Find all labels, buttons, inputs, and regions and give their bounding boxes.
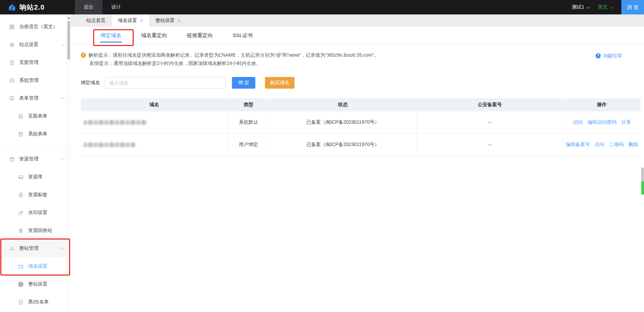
sidebar-scrollbar[interactable] [66,14,70,312]
actions-cell: 编辑备案号 访问 二维码 删除 [563,134,641,156]
chevron-down-icon [610,5,613,9]
edit-record-number-link[interactable]: 编辑备案号 [566,142,590,148]
bind-button[interactable]: 绑 定 [232,77,255,89]
sidebar-item-current-language[interactable]: 当前语言（英文） [0,18,70,36]
chevron-down-icon [587,5,590,9]
sidebar-item-label: 资源管理 [19,156,38,162]
sidebar-item-label: 黑/白名单 [28,299,49,305]
buy-domain-button[interactable]: 购买域名 [265,77,295,89]
nav-backend[interactable]: 后台 [75,0,102,14]
visit-link[interactable]: 访问 [573,119,583,125]
sidebar-item-black-white-list[interactable]: 黑/白名单 [0,293,70,311]
police-record-cell: -- [417,111,563,133]
app-logo: 响站2.0 [0,3,52,12]
domain-settings-panel: 绑定域名 域名重定向 链接重定向 SSL证书 i 解析提示：请前往域名提供商添加… [70,27,644,312]
sidebar-item-label: 系统管理 [19,77,38,83]
scrollbar-thumb[interactable] [67,21,70,59]
sidebar-item-label: 页面表单 [28,113,47,119]
sidebar-item-label: 整站设置 [28,281,47,287]
blurred-domain [84,120,147,125]
tab-domain-settings[interactable]: 域名设置 × [112,14,149,27]
sidebar-divider [0,146,70,147]
top-right: 测试1 英文 浏 览 [572,0,644,14]
sidebar-item-system-forms[interactable]: 系统表单 [0,125,70,143]
language-label: 英文 [598,4,608,10]
feature-guide-label: 功能引导 [603,52,622,60]
sidebar-item-label: 站点设置 [19,42,38,48]
sidebar-item-system-management[interactable]: 系统管理 [0,71,70,89]
close-icon[interactable]: × [178,18,180,23]
status-cell: 已备案（闽ICP备2023011970号） [269,134,417,156]
sidebar-menu: 当前语言（英文） 站点设置 页面管理 系统管理 表单管理 [0,14,70,311]
book-icon [9,96,15,101]
scroll-up-arrow-icon[interactable] [67,17,70,19]
table-body: 系统默认 已备案（闽ICP备2023011970号） -- 访问 编辑访问密码 … [81,111,641,156]
domain-cell [81,134,228,156]
sidebar-item-whole-site-management[interactable]: 整站管理 [0,239,70,257]
top-bar: 响站2.0 后台 设计 测试1 英文 浏 览 [0,0,644,14]
delete-link[interactable]: 删除 [629,142,638,148]
sidebar-item-form-management[interactable]: 表单管理 [0,89,70,107]
user-menu[interactable]: 测试1 [572,4,589,10]
tab-site-home[interactable]: 站点首页 [80,14,112,27]
sidebar-item-label: 域名设置 [28,263,47,269]
tag-icon [18,192,24,198]
sidebar-item-resource-library[interactable]: 资源库 [0,168,70,186]
notice-text: 解析提示：请前往域名提供商添加两条解析记录。记录类型为CNAME，主机记录分别为… [89,51,379,59]
system-form-icon [18,131,24,137]
domain-input[interactable] [105,77,226,89]
domain-table: 域名 类型 状态 公安备案号 操作 系统默认 已备案（闽ICP备20230119… [81,98,641,156]
app-title: 响站2.0 [20,3,45,12]
sidebar-item-resource-recycle-bin[interactable]: 资源回收站 [0,222,70,239]
document-check-icon [18,299,24,305]
header-actions: 操作 [563,98,641,111]
sidebar-item-whole-site-settings[interactable]: 整站设置 [0,275,70,293]
table-header-row: 域名 类型 状态 公安备案号 操作 [81,98,641,111]
sidebar-item-page-forms[interactable]: 页面表单 [0,107,70,125]
share-link[interactable]: 分享 [621,119,631,125]
sidebar-item-label: 系统表单 [28,131,47,137]
sidebar-item-site-settings[interactable]: 站点设置 [0,36,70,54]
subtab-domain-redirect[interactable]: 域名重定向 [136,27,172,45]
sidebar-item-watermark-settings[interactable]: 水印设置 [0,204,70,222]
sidebar-item-page-management[interactable]: 页面管理 [0,54,70,71]
app-body: 当前语言（英文） 站点设置 页面管理 系统管理 表单管理 [0,14,644,312]
language-menu[interactable]: 英文 [598,4,612,10]
sidebar-item-label: 表单管理 [19,95,38,101]
header-type: 类型 [228,98,269,111]
feature-guide-link[interactable]: ? 功能引导 [596,52,622,60]
subtab-ssl-certificate[interactable]: SSL证书 [228,27,257,45]
page-form-icon [18,113,24,119]
tab-whole-site-settings[interactable]: 整站设置 × [149,14,187,27]
subtab-bind-domain[interactable]: 绑定域名 [96,27,126,45]
notice-line-2: 友情提示：通用顶级域名解析是2小时内生效，国家顶级域名解析24小时内生效。 [81,59,644,67]
subtab-link-redirect[interactable]: 链接重定向 [182,27,218,45]
sidebar-item-domain-settings[interactable]: 域名设置 [0,257,70,275]
header-police-record: 公安备案号 [417,98,563,111]
sidebar-item-resource-tags[interactable]: 资源标签 [0,186,70,204]
chevron-up-icon [61,247,64,250]
browse-button[interactable]: 浏 览 [621,0,644,14]
scrollbar-thumb[interactable] [641,168,644,181]
scrollbar-green-indicator [641,181,644,194]
visit-link[interactable]: 访问 [595,142,604,148]
qr-code-link[interactable]: 二维码 [609,142,624,148]
bind-domain-label: 绑定域名 [81,80,100,86]
nav-design[interactable]: 设计 [102,0,130,14]
edit-access-password-link[interactable]: 编辑访问密码 [588,119,617,125]
document-icon [9,60,15,66]
grid-icon [9,24,15,30]
trash-icon [18,228,24,234]
info-icon: i [81,53,86,58]
table-row: 用户绑定 已备案（闽ICP备2023011970号） -- 编辑备案号 访问 二… [81,134,641,156]
question-icon: ? [596,53,601,58]
sidebar-item-resource-management[interactable]: 资源管理 [0,150,70,168]
bell-icon [9,246,15,252]
page-scrollbar[interactable] [641,168,644,194]
tab-label: 域名设置 [118,18,137,24]
notice-block: i 解析提示：请前往域名提供商添加两条解析记录。记录类型为CNAME，主机记录分… [70,45,644,67]
close-icon[interactable]: × [140,18,143,23]
table-row: 系统默认 已备案（闽ICP备2023011970号） -- 访问 编辑访问密码 … [81,111,641,134]
gear-filled-icon [18,281,24,287]
domain-cell [81,111,228,133]
